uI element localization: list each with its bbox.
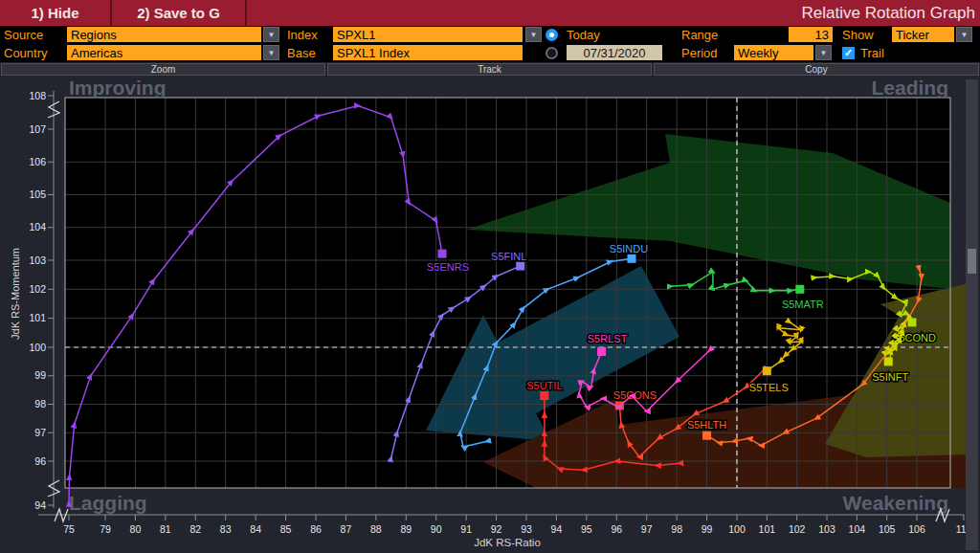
svg-text:96: 96 bbox=[34, 455, 46, 467]
index-dropdown-arrow-icon[interactable]: ▼ bbox=[525, 27, 542, 42]
x-axis-title: JdK RS-Ratio bbox=[474, 537, 541, 548]
svg-text:97: 97 bbox=[641, 523, 653, 535]
svg-text:96: 96 bbox=[611, 523, 622, 535]
today-label: Today bbox=[567, 28, 600, 42]
index-field[interactable]: SPXL1 bbox=[333, 27, 523, 42]
svg-text:94: 94 bbox=[34, 499, 46, 511]
svg-text:98: 98 bbox=[34, 398, 46, 409]
date-radio[interactable] bbox=[546, 47, 558, 59]
base-field[interactable]: SPXL1 Index bbox=[333, 45, 523, 60]
svg-text:108: 108 bbox=[29, 90, 46, 101]
save-to-g-button[interactable]: 2) Save to G bbox=[112, 0, 247, 26]
source-dropdown-arrow-icon[interactable]: ▼ bbox=[263, 27, 279, 42]
svg-text:102: 102 bbox=[29, 283, 46, 295]
control-row-1: Source Regions ▼ Index SPXL1 ▼ Today Ran… bbox=[0, 26, 980, 44]
S5FINL-label[interactable]: S5FINL bbox=[491, 251, 526, 262]
chart-scrollbar-thumb[interactable] bbox=[968, 249, 976, 274]
rrg-chart-panel: ImprovingLeadingLaggingWeakening75798081… bbox=[0, 77, 980, 553]
y-axis-title: JdK RS-Momentum bbox=[10, 248, 21, 340]
show-dropdown-arrow-icon[interactable]: ▼ bbox=[956, 27, 972, 42]
svg-text:106: 106 bbox=[29, 156, 46, 167]
S5ENRS-label[interactable]: S5ENRS bbox=[427, 261, 469, 273]
svg-text:89: 89 bbox=[400, 523, 412, 535]
S5FINL-endpoint[interactable] bbox=[516, 262, 524, 271]
svg-text:99: 99 bbox=[34, 369, 46, 381]
svg-text:103: 103 bbox=[818, 523, 835, 535]
title-bar: 1) Hide 2) Save to G Relative Rotation G… bbox=[0, 0, 980, 26]
page-title: Relative Rotation Graph bbox=[802, 0, 975, 26]
S5INFT-endpoint[interactable] bbox=[884, 357, 893, 365]
country-dropdown-arrow-icon[interactable]: ▼ bbox=[263, 45, 279, 60]
chart-scrollbar[interactable] bbox=[966, 79, 978, 550]
copy-button[interactable]: Copy bbox=[654, 63, 979, 76]
svg-text:99: 99 bbox=[702, 523, 713, 535]
index-label: Index bbox=[287, 28, 318, 42]
svg-text:105: 105 bbox=[879, 523, 896, 535]
quadrant-weakening: Weakening bbox=[843, 492, 948, 514]
svg-text:97: 97 bbox=[34, 427, 46, 438]
svg-text:106: 106 bbox=[908, 523, 925, 535]
country-field[interactable]: Americas bbox=[67, 45, 261, 60]
svg-text:88: 88 bbox=[370, 523, 382, 535]
S5INDU-label[interactable]: S5INDU bbox=[610, 243, 648, 254]
source-label: Source bbox=[4, 28, 43, 42]
svg-text:104: 104 bbox=[29, 221, 46, 232]
S5INFT-label[interactable]: S5INFT bbox=[872, 371, 908, 383]
trail-checkbox[interactable]: ✓ bbox=[842, 47, 855, 59]
quadrant-lagging: Lagging bbox=[69, 492, 147, 514]
S5COND-endpoint[interactable] bbox=[907, 318, 916, 326]
trail-label: Trail bbox=[860, 46, 884, 60]
svg-text:83: 83 bbox=[220, 523, 232, 535]
svg-text:91: 91 bbox=[460, 523, 472, 535]
svg-text:94: 94 bbox=[551, 523, 563, 535]
y-axis: 9496979899100101102103104105106107108JdK… bbox=[10, 90, 54, 511]
show-label: Show bbox=[842, 28, 874, 42]
S5TELS-label[interactable]: S5TELS bbox=[749, 382, 789, 393]
range-label: Range bbox=[681, 28, 718, 42]
svg-text:101: 101 bbox=[29, 312, 46, 323]
S5TELS-endpoint[interactable] bbox=[763, 366, 771, 375]
svg-text:75: 75 bbox=[63, 523, 75, 535]
S5UTIL-endpoint[interactable] bbox=[540, 391, 548, 400]
base-label: Base bbox=[287, 46, 316, 60]
S5HLTH-label[interactable]: S5HLTH bbox=[687, 419, 726, 431]
country-label: Country bbox=[4, 46, 48, 60]
svg-text:105: 105 bbox=[29, 188, 46, 200]
svg-text:84: 84 bbox=[250, 523, 261, 535]
hide-button[interactable]: 1) Hide bbox=[0, 0, 112, 26]
svg-text:102: 102 bbox=[789, 523, 806, 535]
S5INDU-endpoint[interactable] bbox=[628, 254, 636, 263]
svg-text:95: 95 bbox=[581, 523, 592, 535]
svg-text:100: 100 bbox=[29, 342, 46, 353]
rrg-chart: ImprovingLeadingLaggingWeakening75798081… bbox=[0, 77, 980, 553]
S5RLST-label[interactable]: S5RLST bbox=[588, 333, 628, 344]
svg-text:92: 92 bbox=[491, 523, 502, 535]
control-row-2: Country Americas ▼ Base SPXL1 Index 07/3… bbox=[0, 44, 980, 62]
zoom-button[interactable]: Zoom bbox=[1, 63, 325, 76]
svg-text:80: 80 bbox=[130, 523, 142, 535]
svg-text:100: 100 bbox=[728, 523, 746, 535]
quadrant-improving: Improving bbox=[69, 77, 167, 99]
period-dropdown-arrow-icon[interactable]: ▼ bbox=[815, 45, 832, 60]
S5UTIL-label[interactable]: S5UTIL bbox=[526, 380, 562, 391]
S5HLTH-endpoint[interactable] bbox=[702, 431, 711, 440]
svg-text:87: 87 bbox=[341, 523, 352, 535]
x-axis: 7579808182838485868788899091929394959697… bbox=[38, 515, 972, 548]
S5ENRS-endpoint[interactable] bbox=[438, 250, 447, 258]
track-button[interactable]: Track bbox=[327, 63, 652, 76]
svg-text:98: 98 bbox=[671, 523, 682, 535]
S5RLST-endpoint[interactable] bbox=[597, 347, 606, 356]
svg-text:93: 93 bbox=[521, 523, 532, 535]
period-field[interactable]: Weekly bbox=[734, 45, 813, 60]
today-radio[interactable] bbox=[546, 29, 558, 41]
source-field[interactable]: Regions bbox=[67, 27, 261, 42]
svg-text:79: 79 bbox=[100, 523, 111, 535]
date-field[interactable]: 07/31/2020 bbox=[567, 45, 662, 60]
svg-text:101: 101 bbox=[759, 523, 776, 535]
svg-text:86: 86 bbox=[310, 523, 322, 535]
S5MATR-label[interactable]: S5MATR bbox=[782, 299, 824, 310]
range-field[interactable]: 13 bbox=[789, 27, 833, 42]
S5MATR-endpoint[interactable] bbox=[795, 285, 804, 294]
svg-text:90: 90 bbox=[431, 523, 442, 535]
show-field[interactable]: Ticker bbox=[892, 27, 954, 42]
